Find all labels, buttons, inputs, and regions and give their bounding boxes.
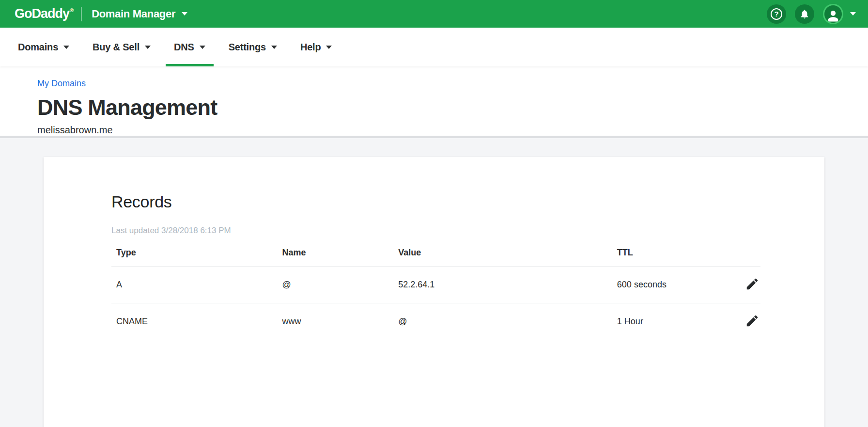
main-nav: Domains Buy & Sell DNS Settings Help [0,28,868,66]
column-header-actions [731,242,760,267]
chevron-down-icon [271,46,277,49]
chevron-down-icon [182,12,187,16]
records-card: Records Last updated 3/28/2018 6:13 PM T… [44,157,824,427]
nav-item-help[interactable]: Help [292,28,341,66]
content-area: Records Last updated 3/28/2018 6:13 PM T… [0,138,868,427]
chevron-down-icon [200,46,205,49]
nav-item-buy-and-sell[interactable]: Buy & Sell [84,28,159,66]
chevron-down-icon [63,46,69,49]
record-value: @ [398,303,617,340]
nav-item-settings[interactable]: Settings [220,28,285,66]
notifications-button[interactable] [795,4,814,24]
page-title: DNS Management [37,95,868,120]
page-header: My Domains DNS Management melissabrown.m… [0,66,868,136]
dns-records-table: Type Name Value TTL A @ 52.2.64.1 600 se… [111,242,760,340]
bell-icon [799,9,810,19]
help-button[interactable]: ? [767,4,786,24]
app-switcher-dropdown[interactable]: Domain Manager [92,8,187,20]
domain-name: melissabrown.me [37,125,868,136]
table-row: A @ 52.2.64.1 600 seconds [111,267,760,303]
chevron-down-icon [326,46,332,49]
chevron-down-icon[interactable] [850,12,856,16]
help-icon: ? [771,8,782,20]
nav-item-dns[interactable]: DNS [166,28,214,66]
record-type: CNAME [111,303,282,340]
record-type: A [111,267,282,303]
records-title: Records [111,192,760,211]
last-updated-text: Last updated 3/28/2018 6:13 PM [111,226,760,236]
registered-trademark: ® [70,8,73,13]
chevron-down-icon [145,46,151,49]
godaddy-logo[interactable]: GoDaddy® [15,7,73,20]
edit-record-button[interactable] [744,276,760,292]
user-avatar-icon [826,8,840,23]
column-header-ttl: TTL [617,242,731,267]
nav-item-domains[interactable]: Domains [10,28,78,66]
table-header-row: Type Name Value TTL [111,242,760,267]
record-value: 52.2.64.1 [398,267,617,303]
column-header-name: Name [282,242,398,267]
pencil-edit-icon [745,314,760,328]
top-header-bar: GoDaddy® Domain Manager ? [0,0,868,28]
edit-record-button[interactable] [744,313,760,329]
nav-item-label: Help [300,42,321,53]
record-ttl: 600 seconds [617,267,731,303]
record-name: @ [282,267,398,303]
column-header-value: Value [398,242,617,267]
nav-item-label: Domains [18,42,58,53]
account-menu-button[interactable] [823,4,843,24]
record-ttl: 1 Hour [617,303,731,340]
column-header-type: Type [111,242,282,267]
topbar-divider [81,7,82,21]
pencil-edit-icon [745,277,760,291]
nav-item-label: DNS [174,42,194,53]
record-name: www [282,303,398,340]
nav-item-label: Buy & Sell [93,42,140,53]
table-row: CNAME www @ 1 Hour [111,303,760,340]
app-title: Domain Manager [92,8,175,20]
breadcrumb-my-domains[interactable]: My Domains [37,79,86,89]
nav-item-label: Settings [229,42,266,53]
godaddy-logo-text: GoDaddy [15,7,69,20]
topbar-actions: ? [767,4,856,24]
